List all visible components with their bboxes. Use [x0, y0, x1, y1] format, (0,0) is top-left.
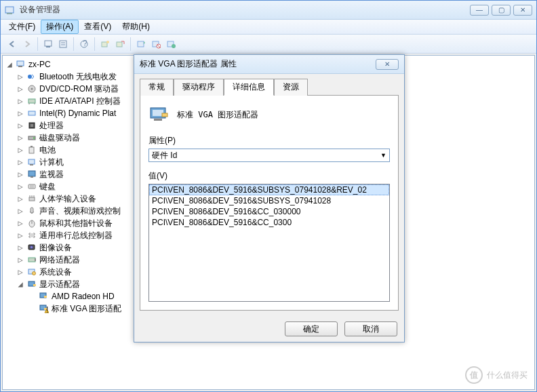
- tree-item-label: 系统设备: [39, 266, 72, 278]
- expand-icon[interactable]: ▷: [16, 180, 24, 193]
- separator-icon: [73, 37, 74, 51]
- back-button[interactable]: [5, 37, 20, 52]
- svg-rect-11: [117, 42, 122, 47]
- display-adapter-icon: [148, 104, 170, 125]
- property-select[interactable]: 硬件 Id ▼: [148, 149, 390, 162]
- expand-icon[interactable]: ▷: [16, 119, 24, 132]
- device-icon: [26, 193, 37, 204]
- cancel-button[interactable]: 取消: [344, 321, 397, 336]
- menubar: 文件(F) 操作(A) 查看(V) 帮助(H): [1, 20, 536, 35]
- expand-icon[interactable]: ▷: [16, 107, 24, 119]
- tree-item-label: 人体学输入设备: [39, 193, 96, 205]
- value-row[interactable]: PCI\VEN_8086&DEV_5916&CC_0300: [149, 217, 389, 228]
- tree-item-label: 电池: [39, 144, 56, 156]
- tab-general[interactable]: 常规: [140, 79, 174, 96]
- expand-icon[interactable]: ▷: [16, 71, 24, 83]
- tree-item-label: Bluetooth 无线电收发: [39, 71, 117, 83]
- device-icon: [26, 181, 37, 192]
- ok-button[interactable]: 确定: [285, 321, 338, 336]
- expand-icon[interactable]: ▷: [16, 217, 24, 229]
- value-row[interactable]: PCI\VEN_8086&DEV_5916&SUBSYS_07941028&RE…: [149, 184, 389, 195]
- device-icon: [26, 120, 37, 131]
- device-icon: [26, 242, 37, 253]
- device-header: 标准 VGA 图形适配器: [148, 104, 390, 125]
- dialog-close-button[interactable]: ✕: [376, 59, 399, 70]
- value-row[interactable]: PCI\VEN_8086&DEV_5916&SUBSYS_07941028: [149, 195, 389, 206]
- menu-action[interactable]: 操作(A): [41, 20, 79, 34]
- device-icon: [26, 254, 37, 265]
- tree-item-label: 键盘: [39, 180, 56, 193]
- collapse-icon[interactable]: ◢: [5, 58, 14, 71]
- tree-item-label: 显示适配器: [39, 278, 80, 290]
- tree-item-label: 计算机: [39, 156, 64, 168]
- tree-item-label: 标准 VGA 图形适配: [52, 302, 121, 315]
- expand-icon[interactable]: ▷: [16, 168, 24, 180]
- display-adapter-icon: !: [39, 303, 49, 314]
- update-button[interactable]: [134, 37, 148, 52]
- properties-dialog: 标准 VGA 图形适配器 属性 ✕ 常规 驱动程序 详细信息 资源 标准 VGA…: [134, 54, 405, 342]
- expand-icon[interactable]: ◢: [16, 278, 24, 290]
- scan-button-1[interactable]: [98, 37, 113, 52]
- svg-rect-34: [30, 164, 33, 165]
- svg-rect-52: [33, 284, 36, 286]
- menu-file[interactable]: 文件(F): [3, 20, 41, 34]
- value-row[interactable]: PCI\VEN_8086&DEV_5916&CC_030000: [149, 206, 389, 217]
- svg-rect-0: [5, 7, 14, 13]
- properties-button[interactable]: [56, 37, 71, 52]
- device-icon: [26, 71, 37, 82]
- tree-root-label: zx-PC: [28, 58, 51, 71]
- svg-point-20: [28, 75, 32, 79]
- scan-button-2[interactable]: [113, 37, 127, 52]
- value-list[interactable]: PCI\VEN_8086&DEV_5916&SUBSYS_07941028&RE…: [148, 184, 390, 302]
- svg-rect-31: [29, 147, 34, 153]
- disable-button[interactable]: [163, 37, 178, 52]
- app-icon: [5, 5, 16, 16]
- tab-resources[interactable]: 资源: [274, 79, 308, 96]
- svg-point-10: [106, 41, 109, 43]
- expand-icon[interactable]: ▷: [16, 193, 24, 205]
- svg-rect-32: [31, 146, 33, 147]
- pc-icon-button[interactable]: [41, 37, 56, 52]
- tree-item-label: 鼠标和其他指针设备: [39, 217, 113, 229]
- menu-view[interactable]: 查看(V): [79, 20, 117, 34]
- maximize-button[interactable]: ▢: [492, 5, 511, 16]
- expand-icon[interactable]: ▷: [16, 83, 24, 95]
- tree-item-label: 网络适配器: [39, 254, 80, 266]
- device-icon: [26, 96, 37, 106]
- dialog-buttons: 确定 取消: [134, 316, 404, 342]
- help-button[interactable]: ?: [77, 37, 92, 52]
- property-label: 属性(P): [148, 135, 390, 146]
- device-name: 标准 VGA 图形适配器: [177, 109, 258, 121]
- device-icon: [26, 108, 37, 119]
- device-icon: [26, 83, 37, 94]
- device-icon: [26, 169, 37, 180]
- svg-rect-28: [31, 124, 33, 127]
- menu-help[interactable]: 帮助(H): [117, 20, 155, 34]
- forward-button[interactable]: [20, 37, 35, 52]
- tab-details[interactable]: 详细信息: [224, 79, 274, 96]
- uninstall-button[interactable]: [148, 37, 163, 52]
- expand-icon[interactable]: ▷: [16, 229, 24, 241]
- expand-icon[interactable]: ▷: [16, 205, 24, 217]
- tab-driver[interactable]: 驱动程序: [174, 79, 224, 96]
- svg-rect-41: [31, 208, 33, 213]
- expand-icon[interactable]: ▷: [16, 144, 24, 156]
- dialog-tabs: 常规 驱动程序 详细信息 资源: [140, 78, 399, 95]
- device-icon: [26, 205, 37, 216]
- expand-icon[interactable]: ▷: [16, 254, 24, 266]
- close-button[interactable]: ✕: [513, 5, 532, 16]
- expand-icon[interactable]: ▷: [16, 156, 24, 168]
- tree-item-label: 声音、视频和游戏控制: [39, 205, 121, 217]
- svg-rect-40: [29, 197, 35, 201]
- tree-item-label: AMD Radeon HD: [52, 290, 115, 302]
- expand-icon[interactable]: ▷: [16, 241, 24, 254]
- expand-icon[interactable]: ▷: [16, 266, 24, 278]
- expand-icon[interactable]: ▷: [16, 132, 24, 144]
- tree-item-label: DVD/CD-ROM 驱动器: [39, 83, 119, 95]
- svg-rect-48: [35, 258, 36, 261]
- tree-item-label: 通用串行总线控制器: [39, 229, 113, 241]
- svg-rect-47: [28, 258, 35, 262]
- expand-icon[interactable]: ▷: [16, 95, 24, 107]
- minimize-button[interactable]: —: [470, 5, 489, 16]
- svg-rect-54: [44, 296, 47, 298]
